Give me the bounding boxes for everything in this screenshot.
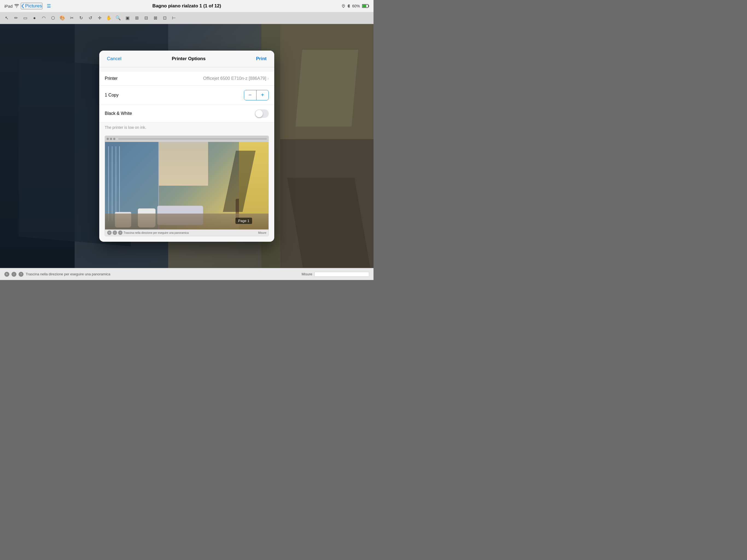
bw-toggle[interactable] [255,109,269,118]
printer-value: Officejet 6500 E710n-z [886A79] › [203,76,269,81]
toolbar-pencil-icon[interactable]: ✏ [12,14,20,22]
status-left: iPad Pictures ☰ [4,3,51,9]
svg-point-0 [343,5,344,6]
toolbar-scissors-icon[interactable]: ✂ [68,14,75,22]
status-bar: iPad Pictures ☰ Bagno piano rialzato 1 (… [0,0,374,12]
preview-icon-3: ? [118,230,123,235]
bottom-icon-2[interactable]: i [11,272,17,277]
preview-bottom-icons: ↻ i ? Trascina nella direzione per esegu… [107,230,189,235]
preview-bottom-right: Misure [258,231,266,234]
bottom-bar: ↻ i ? Trascina nella direzione per esegu… [0,268,374,280]
copies-label: 1 Copy [105,93,119,98]
back-chevron-icon [21,4,24,8]
toolbar-circle-icon[interactable]: ● [31,14,38,22]
bottom-text: Trascina nella direzione per eseguire un… [26,272,110,276]
preview-bottom-bar: ↻ i ? Trascina nella direzione per esegu… [105,229,268,236]
bluetooth-icon [347,4,350,8]
pictures-button[interactable]: Pictures [21,3,42,9]
battery-percent: 60% [352,4,360,8]
printer-chevron-icon: › [267,76,269,81]
copies-row: 1 Copy − + [99,85,274,105]
decrease-copies-button[interactable]: − [244,90,256,100]
dialog-header: Cancel Printer Options Print [99,51,274,67]
misure-input[interactable] [314,272,369,277]
preview-toolbar [105,136,268,142]
copies-stepper[interactable]: − + [244,90,269,100]
toolbar: ↖ ✏ ▭ ● ◠ ⬡ 🎨 ✂ ↻ ↺ ✛ ✋ 🔍 ▣ ⊞ ⊟ ⊠ ⊡ ⊢ [0,12,374,24]
toolbar-cursor-icon[interactable]: ↖ [3,14,10,22]
toggle-knob [255,110,263,117]
bottom-icon-3[interactable]: ? [19,272,24,277]
toolbar-select-icon[interactable]: ▣ [124,14,131,22]
preview-toolbar-icon-2 [110,138,112,140]
toolbar-rect-icon[interactable]: ▭ [21,14,29,22]
cancel-button[interactable]: Cancel [105,55,124,62]
pictures-label: Pictures [25,3,42,9]
status-message: The printer is low on ink. [99,123,274,133]
svg-rect-3 [363,5,366,7]
misure-label: Misure [302,272,312,276]
preview-toolbar-icon-1 [107,138,109,140]
bottom-right: Misure [302,272,369,277]
status-right: 60% [342,4,369,8]
toolbar-hand-icon[interactable]: ✋ [105,14,113,22]
print-button[interactable]: Print [254,55,269,62]
wall-tile [159,142,208,186]
toolbar-grid2-icon[interactable]: ⊟ [142,14,150,22]
printer-label: Printer [105,76,118,81]
toolbar-cross-icon[interactable]: ✛ [96,14,103,22]
toolbar-grid5-icon[interactable]: ⊢ [170,14,178,22]
toolbar-zoom-icon[interactable]: 🔍 [114,14,122,22]
battery-icon [362,4,369,8]
preview-icon-2: i [113,230,117,235]
toolbar-grid1-icon[interactable]: ⊞ [133,14,140,22]
svg-rect-2 [368,5,369,7]
bw-label: Black & White [105,111,132,116]
bottom-icon-1[interactable]: ↻ [4,272,9,277]
document-title: Bagno piano rialzato 1 (1 of 12) [152,3,221,9]
list-icon[interactable]: ☰ [47,3,51,9]
bw-row: Black & White [99,105,274,123]
printer-name: Officejet 6500 E710n-z [886A79] [203,76,266,81]
print-preview: Page 1 ↻ i ? Trascina nella direzione pe… [105,136,269,236]
toolbar-poly-icon[interactable]: ⬡ [49,14,57,22]
toolbar-arc-icon[interactable]: ◠ [40,14,48,22]
page-label: Page 1 [235,218,252,224]
printer-row[interactable]: Printer Officejet 6500 E710n-z [886A79] … [99,72,274,85]
wifi-icon [14,4,19,8]
preview-content: Page 1 [105,142,268,229]
printer-dialog: Cancel Printer Options Print Printer Off… [99,51,274,242]
toolbar-grid4-icon[interactable]: ⊡ [161,14,169,22]
toolbar-grid3-icon[interactable]: ⊠ [152,14,159,22]
toolbar-color-icon[interactable]: 🎨 [58,14,66,22]
increase-copies-button[interactable]: + [256,90,268,100]
ipad-label: iPad [4,4,12,8]
toolbar-undo-icon[interactable]: ↺ [86,14,94,22]
preview-icon-1: ↻ [107,230,111,235]
modal-overlay: Cancel Printer Options Print Printer Off… [0,24,374,268]
preview-bottom-text: Trascina nella direzione per eseguire un… [124,231,189,234]
bottom-left: ↻ i ? Trascina nella direzione per esegu… [4,272,110,277]
location-icon [342,4,345,8]
dialog-title: Printer Options [172,56,206,61]
toolbar-rotate-icon[interactable]: ↻ [77,14,85,22]
preview-toolbar-icon-3 [113,138,115,140]
